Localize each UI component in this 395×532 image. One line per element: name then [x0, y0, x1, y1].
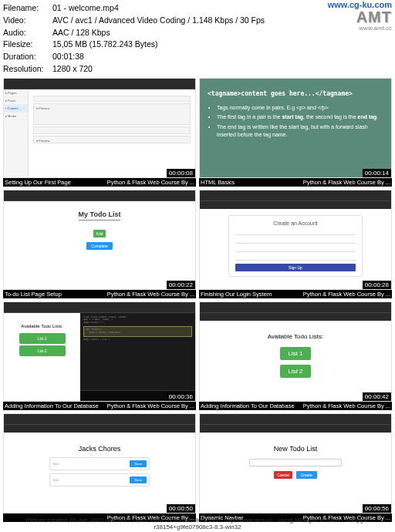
- browser-chrome: [4, 302, 195, 313]
- action-button[interactable]: Done: [130, 460, 147, 467]
- password-field[interactable]: [235, 246, 356, 252]
- bullet-1: Tags normally come in pairs. E.g <p> and…: [217, 104, 383, 112]
- thumbnail-image: Available Todo Lists: List 1 List 2 from…: [3, 301, 196, 402]
- list-item[interactable]: List 2: [280, 365, 310, 378]
- browser-chrome: [4, 414, 195, 425]
- bullet-2: The first tag in a pair is the start tag…: [217, 113, 383, 121]
- page-title: Available Todo Lists:: [268, 333, 324, 340]
- thumbnail-cell[interactable]: Available Todo Lists: List 1 List 2 from…: [3, 301, 196, 410]
- list-item[interactable]: List 2: [19, 345, 66, 356]
- browser-chrome: [200, 190, 391, 201]
- credit-text: Python & Flask Web Course By ...: [303, 291, 390, 298]
- thumbnail-image: New Todo List Cancel Create 00:00:56: [199, 413, 392, 513]
- filesize-value: 15,05 MB (15.782.243 Bytes): [52, 39, 392, 51]
- thumbnail-image: Jacks Chores Task Done Task Done 00:00:5…: [3, 413, 196, 513]
- browser-chrome: [4, 190, 195, 201]
- filename-label: Filename:: [3, 2, 52, 15]
- thumbnail-image: Create an Account Sign Up 00:00:28: [199, 190, 392, 290]
- duration-value: 00:01:38: [52, 51, 392, 63]
- thumbnail-cell[interactable]: New Todo List Cancel Create 00:00:56 Dyn…: [199, 413, 392, 522]
- logo-watermark: www.cg-ku.com AMT www.amt.cc: [328, 0, 392, 32]
- page-title: New Todo List: [274, 445, 317, 453]
- listname-input[interactable]: [249, 459, 342, 466]
- resolution-value: 1280 x 720: [52, 63, 392, 76]
- timestamp-badge: 00:00:22: [167, 281, 195, 289]
- thumbnail-image: <tagname>content goes here...</tagname> …: [199, 78, 392, 178]
- credit-text: Python & Flask Web Course By ...: [303, 402, 390, 409]
- thumbnail-cell[interactable]: <tagname>content goes here...</tagname> …: [199, 78, 392, 187]
- thumbnail-cell[interactable]: Jacks Chores Task Done Task Done 00:00:5…: [3, 413, 196, 522]
- filesize-label: Filesize:: [3, 39, 52, 51]
- list-item: Task Done: [49, 473, 150, 487]
- thumbnail-image: ▸ Pages ▸ Posts ▪ Content ▸ Media ▾ Prev…: [3, 78, 196, 178]
- signup-card: Create an Account Sign Up: [228, 215, 363, 277]
- tag-example: <tagname>content goes here...</tagname>: [208, 89, 383, 98]
- credit-text: Python & Flask Web Course By ...: [303, 179, 390, 186]
- duration-label: Duration:: [3, 51, 52, 63]
- browser-chrome: [200, 302, 391, 313]
- timestamp-badge: 00:00:42: [363, 392, 391, 401]
- navbar: [200, 313, 391, 321]
- list-item[interactable]: List 1: [19, 333, 66, 344]
- list-item[interactable]: List 1: [280, 347, 310, 360]
- footer-credit: Picture created 20-Jun-2020 with AMT - A…: [0, 515, 395, 532]
- add-button[interactable]: Add: [93, 230, 106, 237]
- list-item: Task Done: [49, 457, 150, 470]
- caption-text: Finishing Our Login System: [201, 291, 272, 298]
- timestamp-badge: 00:00:56: [363, 504, 391, 513]
- caption-text: To-do List Page Setup: [5, 291, 62, 298]
- bullet-3: The end tag is written like the start ta…: [217, 123, 383, 139]
- create-button[interactable]: Create: [296, 471, 317, 479]
- watermark-brand: AMT: [328, 9, 392, 25]
- action-button[interactable]: Done: [130, 476, 147, 483]
- caption-text: HTML Basics: [201, 179, 235, 186]
- credit-text: Python & Flask Web Course By ...: [107, 291, 194, 298]
- caption-bar: Finishing Our Login System Python & Flas…: [199, 290, 392, 298]
- thumbnail-cell[interactable]: Create an Account Sign Up 00:00:28 Finis…: [199, 190, 392, 298]
- audio-label: Audio:: [3, 27, 52, 39]
- complete-button[interactable]: Complete: [86, 242, 112, 250]
- cancel-button[interactable]: Cancel: [274, 471, 292, 479]
- watermark-sub: www.amt.cc: [328, 25, 392, 32]
- caption-text: Adding Information To Our Database: [201, 402, 295, 409]
- page-title: Available Todo Lists:: [7, 324, 77, 328]
- slide-content: <tagname>content goes here...</tagname> …: [200, 79, 391, 177]
- caption-bar: HTML Basics Python & Flask Web Course By…: [199, 178, 392, 187]
- caption-bar: Setting Up Our First Page Python & Flask…: [3, 178, 196, 187]
- browser-chrome: [200, 414, 391, 425]
- credit-text: Python & Flask Web Course By ...: [107, 402, 194, 409]
- signup-button[interactable]: Sign Up: [235, 264, 356, 271]
- confirm-field[interactable]: [235, 254, 356, 261]
- code-editor: from flask import Flask, render app = Fl…: [80, 313, 195, 402]
- video-label: Video:: [3, 15, 52, 27]
- username-field[interactable]: [235, 237, 356, 244]
- timestamp-badge: 00:00:28: [363, 281, 391, 289]
- thumbnail-cell[interactable]: Available Todo Lists: List 1 List 2 00:0…: [199, 301, 392, 410]
- caption-bar: Adding Information To Our Database Pytho…: [3, 402, 196, 410]
- caption-bar: To-do List Page Setup Python & Flask Web…: [3, 290, 196, 298]
- navbar: [200, 425, 391, 433]
- browser-chrome: [4, 79, 195, 89]
- resolution-label: Resolution:: [3, 63, 52, 76]
- caption-bar: Adding Information To Our Database Pytho…: [199, 402, 392, 410]
- caption-text: Adding Information To Our Database: [5, 402, 99, 409]
- navbar: [200, 201, 391, 209]
- thumbnail-grid: ▸ Pages ▸ Posts ▪ Content ▸ Media ▾ Prev…: [0, 78, 395, 522]
- caption-text: Setting Up Our First Page: [5, 179, 71, 186]
- thumbnail-image: My Todo List Add Complete 00:00:22: [3, 190, 196, 290]
- page-title: My Todo List: [79, 210, 121, 221]
- timestamp-badge: 00:00:50: [167, 504, 195, 513]
- thumbnail-cell[interactable]: ▸ Pages ▸ Posts ▪ Content ▸ Media ▾ Prev…: [3, 78, 196, 187]
- credit-text: Python & Flask Web Course By ...: [107, 179, 194, 186]
- thumbnail-image: Available Todo Lists: List 1 List 2 00:0…: [199, 301, 392, 402]
- thumbnail-cell[interactable]: My Todo List Add Complete 00:00:22 To-do…: [3, 190, 196, 298]
- card-title: Create an Account: [235, 221, 356, 226]
- page-title: Jacks Chores: [79, 445, 121, 453]
- email-field[interactable]: [235, 229, 356, 235]
- navbar: [4, 425, 195, 433]
- sidebar: ▸ Pages ▸ Posts ▪ Content ▸ Media: [4, 89, 29, 177]
- timestamp-badge: 00:00:08: [167, 169, 195, 177]
- timestamp-badge: 00:00:14: [363, 169, 391, 177]
- timestamp-badge: 00:00:36: [167, 392, 195, 401]
